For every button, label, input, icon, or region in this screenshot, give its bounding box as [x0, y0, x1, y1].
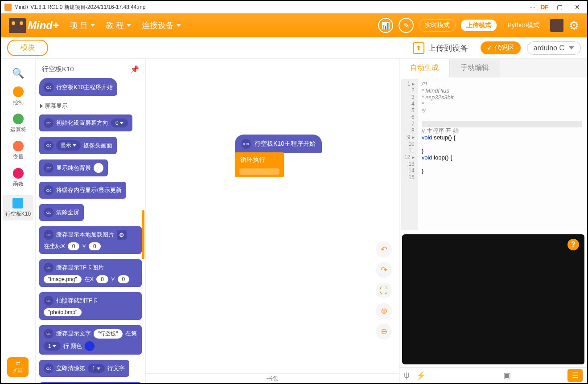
code-area-toggle[interactable]: ✓代码区	[481, 41, 521, 54]
upload-icon: ⬆	[413, 42, 424, 54]
chart-button[interactable]: 📊	[378, 18, 393, 33]
tab-manual-edit[interactable]: 手动编辑	[450, 59, 500, 78]
zoom-in-button[interactable]: ⊕	[376, 303, 392, 319]
category-sidebar: 🔍 控制 运算符 变量 函数 行空板K10 ⇄扩展	[1, 59, 36, 383]
chevron-down-icon	[127, 24, 131, 27]
code-content: /*! * MindPlus * esp32s3bit * */ // 主程序 …	[418, 79, 586, 230]
upload-to-device[interactable]: ⬆ 上传到设备	[413, 42, 468, 54]
device-select[interactable]: arduino C	[527, 41, 581, 55]
close-button[interactable]: ✕	[571, 3, 584, 12]
list-button[interactable]: ☰	[567, 369, 583, 382]
main-toolbar: Mind+ 项 目 教 程 连接设备 📊 ✎ 实时模式 上传模式 Python模…	[1, 13, 587, 37]
menu-connect[interactable]: 连接设备	[142, 20, 181, 31]
serial-monitor[interactable]: ?	[402, 234, 584, 364]
category-control[interactable]: 控制	[13, 86, 24, 106]
pin-icon[interactable]: 📌	[130, 65, 139, 74]
logo-icon	[9, 18, 26, 33]
workspace[interactable]: 行空板K10主程序开始 循环执行 ↶ ↷ ⛶ ⊕ ⊖ 书包	[145, 59, 399, 383]
extensions-button[interactable]: ⇄扩展	[7, 357, 29, 377]
section-screen-display[interactable]: 屏幕显示	[38, 98, 143, 112]
mode-python-button[interactable]: Python模式	[502, 20, 545, 31]
df-logo: DF	[540, 4, 548, 11]
chevron-down-icon	[569, 46, 574, 49]
window-titlebar: Mind+ V1.8.1 RC1.0 新建项目-2024/11/16-17:48…	[1, 1, 587, 13]
chevron-down-icon	[177, 24, 181, 27]
category-variables[interactable]: 变量	[13, 141, 24, 161]
mode-realtime-button[interactable]: 实时模式	[419, 19, 456, 32]
chevron-down-icon	[90, 24, 95, 27]
block-palette[interactable]: 行空板K10📌 行空板K10主程序开始 屏幕显示 初始化设置屏幕方向0 显示摄像…	[36, 59, 145, 383]
block-show-camera[interactable]: 显示摄像头画面	[39, 137, 117, 154]
block-init-direction[interactable]: 初始化设置屏幕方向0	[39, 114, 132, 131]
code-editor[interactable]: 1 ▸23456789 ▸101112 ▸131415 /*! * MindPl…	[401, 79, 586, 230]
app-icon	[4, 4, 12, 11]
avatar[interactable]	[550, 19, 563, 32]
usb-active-icon[interactable]: ⚡	[416, 371, 426, 380]
maximize-button[interactable]: ▢	[553, 3, 566, 12]
block-show-local-image[interactable]: 缓存显示本地加载图片⚙在坐标X0Y0	[39, 226, 142, 254]
category-functions[interactable]: 函数	[13, 168, 24, 188]
serial-footer: ψ ⚡ ▣ ☰	[399, 367, 587, 383]
tab-auto-generate[interactable]: 自动生成	[399, 59, 450, 78]
zoom-out-button[interactable]: ⊖	[376, 323, 392, 339]
window-title: Mind+ V1.8.1 RC1.0 新建项目-2024/11/16-17:48…	[14, 4, 146, 11]
menu-tutorial[interactable]: 教 程	[106, 20, 131, 31]
block-cache-text-xy[interactable]: 缓存显示文字"行空板"在坐标 X0Y0字号24*24颜色换行字数50自动清除是	[39, 382, 142, 383]
block-show-tf-image[interactable]: 缓存显示TF卡图片"image.png"在X0Y0	[39, 259, 142, 287]
search-icon[interactable]: 🔍	[12, 68, 24, 79]
crop-button[interactable]: ⛶	[376, 282, 392, 298]
block-main-start[interactable]: 行空板K10主程序开始	[39, 78, 117, 96]
blocks-tab[interactable]: 模块	[7, 40, 48, 56]
block-clear-row[interactable]: 立即清除第1行文字	[39, 360, 129, 377]
redo-button[interactable]: ↷	[376, 262, 392, 278]
triangle-right-icon	[40, 104, 43, 108]
logo[interactable]: Mind+	[9, 18, 59, 33]
undo-button[interactable]: ↶	[376, 241, 392, 257]
block-solid-background[interactable]: 显示纯色背景	[39, 159, 108, 176]
category-operators[interactable]: 运算符	[10, 114, 26, 134]
block-photo-to-tf[interactable]: 拍照存储到TF卡"photo.bmp"	[39, 292, 142, 320]
gear-icon[interactable]: ⚙	[117, 230, 127, 240]
workspace-main-start-block[interactable]: 行空板K10主程序开始	[235, 135, 322, 153]
edit-button[interactable]: ✎	[399, 18, 414, 33]
gutter: 1 ▸23456789 ▸101112 ▸131415	[401, 79, 418, 230]
code-tabs: 自动生成 手动编辑	[399, 59, 587, 78]
help-button[interactable]: ?	[567, 239, 579, 250]
logo-text: Mind+	[28, 19, 59, 32]
menu-project[interactable]: 项 目	[70, 20, 95, 31]
scrollbar-thumb[interactable]	[142, 210, 144, 259]
chip-icon[interactable]: ▣	[503, 371, 511, 380]
block-flush-display[interactable]: 将缓存内容显示/显示更新	[39, 182, 126, 199]
workspace-loop-block[interactable]: 循环执行	[235, 152, 284, 177]
minimize-dots: - -	[530, 4, 535, 10]
category-k10[interactable]: 行空板K10	[3, 195, 33, 221]
block-cache-text-row[interactable]: 缓存显示文字"行空板"在第1行 颜色	[39, 325, 142, 355]
code-panel: 自动生成 手动编辑 1 ▸23456789 ▸101112 ▸131415 /*…	[399, 59, 587, 383]
backpack[interactable]: 书包	[146, 373, 399, 383]
mode-upload-button[interactable]: 上传模式	[461, 20, 497, 31]
usb-icon[interactable]: ψ	[404, 371, 410, 380]
palette-title: 行空板K10	[42, 65, 74, 74]
sub-toolbar: 模块 ⬆ 上传到设备 ✓代码区 arduino C	[1, 37, 587, 59]
block-clear-screen[interactable]: 清除全屏	[39, 204, 84, 221]
settings-icon[interactable]: ⚙	[569, 19, 579, 33]
